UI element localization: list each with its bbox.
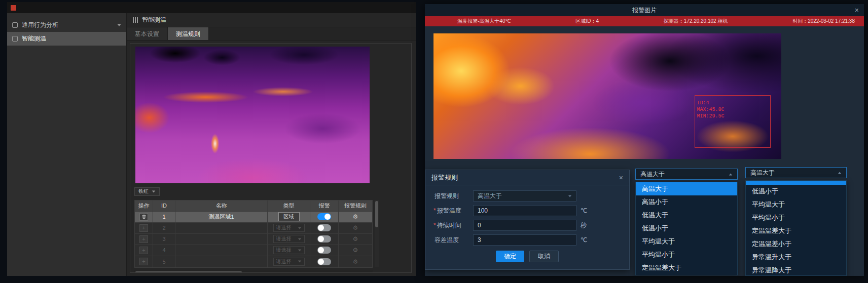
alarm-region-annotation: ID:4 MAX:45.8C MIN:29.5C xyxy=(695,95,771,148)
table-row[interactable]: + 5 请选择 ⚙ xyxy=(135,256,372,267)
option-item[interactable]: 平均温大于 xyxy=(746,198,846,211)
annotation-min: MIN:29.5C xyxy=(697,113,725,119)
vertical-scrollbar[interactable] xyxy=(375,200,379,267)
annotation-max: MAX:45.8C xyxy=(697,106,725,113)
option-item[interactable]: 低温大于 xyxy=(746,180,846,185)
type-select-value: 请选择 xyxy=(276,235,292,242)
field-unit: 秒 xyxy=(581,221,587,230)
thermometry-icon xyxy=(12,36,18,42)
alarm-toggle[interactable] xyxy=(317,224,331,231)
table-row[interactable]: 1 测温区域1 区域 ⚙ xyxy=(135,212,372,223)
delete-row-button[interactable] xyxy=(139,213,148,221)
option-item[interactable]: 异常温降大于 xyxy=(746,264,846,276)
table-row[interactable]: + 3 请选择 ⚙ xyxy=(135,234,372,245)
alarm-toggle[interactable] xyxy=(317,247,331,254)
chevron-down-icon xyxy=(568,195,571,197)
option-item[interactable]: 低温大于 xyxy=(636,209,737,222)
app-logo xyxy=(11,5,16,11)
table-row[interactable]: + 2 请选择 ⚙ xyxy=(135,223,372,234)
sidebar-item-smart-thermometry[interactable]: 智能测温 xyxy=(7,32,126,46)
option-item[interactable]: 高温大于 xyxy=(636,182,737,195)
palette-select[interactable]: 铁红 xyxy=(134,187,160,196)
plus-icon: + xyxy=(142,259,145,264)
field-label: *持续时间 xyxy=(433,221,473,230)
cancel-button[interactable]: 取消 xyxy=(529,251,559,262)
sidebar-item-behavior-analysis[interactable]: 通用行为分析 xyxy=(7,18,126,32)
plus-icon: + xyxy=(142,236,145,242)
field-label: *报警温度 xyxy=(433,207,473,215)
close-icon[interactable]: × xyxy=(855,4,859,16)
desktop: 通用行为分析 智能测温 智能测温 基本设置 测温规则 xyxy=(0,0,868,283)
option-item[interactable]: 异常温升大于 xyxy=(746,251,846,264)
type-select[interactable]: 请选择 xyxy=(273,235,305,243)
horizontal-scrollbar[interactable] xyxy=(134,270,373,273)
add-row-button[interactable]: + xyxy=(139,224,148,232)
scrollbar-thumb[interactable] xyxy=(375,201,378,227)
alarm-toggle[interactable] xyxy=(317,213,331,220)
chevron-down-icon xyxy=(298,261,301,263)
gear-icon[interactable]: ⚙ xyxy=(353,214,358,220)
option-item[interactable]: 平均温小于 xyxy=(636,248,737,261)
rule-type-select-2[interactable]: 高温大于 xyxy=(745,167,847,178)
alarm-rule-type-select[interactable]: 高温大于 xyxy=(473,190,576,201)
option-item[interactable]: 低温小于 xyxy=(746,185,846,198)
alarm-toggle[interactable] xyxy=(317,235,331,242)
palette-select-value: 铁红 xyxy=(138,188,149,195)
add-row-button[interactable]: + xyxy=(139,247,148,254)
gear-icon[interactable]: ⚙ xyxy=(353,259,358,265)
option-item[interactable]: 定温温差小于 xyxy=(746,237,846,251)
type-select[interactable]: 请选择 xyxy=(273,224,305,232)
chevron-down-icon xyxy=(298,227,301,229)
option-item[interactable]: 定温温差小于 xyxy=(636,274,737,275)
option-item[interactable]: 定温温差大于 xyxy=(636,261,737,274)
sidebar: 通用行为分析 智能测温 xyxy=(7,13,127,276)
chevron-down-icon xyxy=(298,249,301,251)
option-item[interactable]: 定温温差大于 xyxy=(746,224,846,237)
alarm-temperature-input[interactable] xyxy=(473,205,576,216)
region-type-button[interactable]: 区域 xyxy=(278,212,300,221)
tab-thermometry-rules[interactable]: 测温规则 xyxy=(168,27,209,40)
modal-titlebar: 报警图片 × xyxy=(425,4,864,16)
thermal-config-window: 通用行为分析 智能测温 智能测温 基本设置 测温规则 xyxy=(7,2,416,276)
select-value: 高温大于 xyxy=(750,169,775,177)
option-item[interactable]: 低温小于 xyxy=(636,222,737,235)
gear-icon[interactable]: ⚙ xyxy=(353,247,358,253)
field-label: 容差温度 xyxy=(433,236,473,245)
close-icon[interactable]: × xyxy=(619,174,623,182)
select-value: 高温大于 xyxy=(478,192,502,200)
tolerance-temperature-input[interactable] xyxy=(473,234,576,246)
tab-basic-settings[interactable]: 基本设置 xyxy=(127,27,168,40)
table-header-row: 操作 ID 名称 类型 报警 报警规则 xyxy=(135,200,372,212)
col-header-alarm-rule: 报警规则 xyxy=(339,200,372,211)
add-row-button[interactable]: + xyxy=(139,258,148,265)
app-titlebar xyxy=(7,2,416,13)
option-item[interactable]: 平均温大于 xyxy=(636,235,737,248)
add-row-button[interactable]: + xyxy=(139,235,148,243)
rule-type-select-1[interactable]: 高温大于 xyxy=(635,169,738,180)
alarm-time-text: 时间：2022-03-02 17:21:38 xyxy=(792,18,855,25)
rules-card: 铁红 操作 ID 名称 类型 报警 报警规则 xyxy=(130,43,412,273)
gear-icon[interactable]: ⚙ xyxy=(353,225,358,231)
sidebar-item-label: 智能测温 xyxy=(22,34,121,43)
option-item[interactable]: 高温小于 xyxy=(636,195,737,209)
option-item[interactable]: 平均温小于 xyxy=(746,211,846,224)
annotation-readout: ID:4 MAX:45.8C MIN:29.5C xyxy=(697,100,725,119)
table-row[interactable]: + 4 请选择 ⚙ xyxy=(135,245,372,256)
col-header-name: 名称 xyxy=(175,200,268,211)
type-select-value: 请选择 xyxy=(276,247,292,254)
chevron-up-icon xyxy=(729,173,732,175)
confirm-button[interactable]: 确定 xyxy=(496,251,524,262)
alarm-region-text: 区域ID：4 xyxy=(575,18,599,25)
type-select[interactable]: 请选择 xyxy=(273,258,305,266)
row-name xyxy=(175,223,268,233)
field-unit: ℃ xyxy=(581,207,587,214)
scrollbar-thumb[interactable] xyxy=(135,271,242,273)
duration-input[interactable] xyxy=(473,220,576,231)
type-select[interactable]: 请选择 xyxy=(273,246,305,254)
alarm-toggle[interactable] xyxy=(317,258,331,265)
row-name xyxy=(175,256,268,267)
alarm-type-text: 温度报警-高温大于40℃ xyxy=(457,18,511,25)
gear-icon[interactable]: ⚙ xyxy=(353,236,358,242)
row-id: 3 xyxy=(153,234,175,245)
thermal-preview-image xyxy=(135,47,370,183)
